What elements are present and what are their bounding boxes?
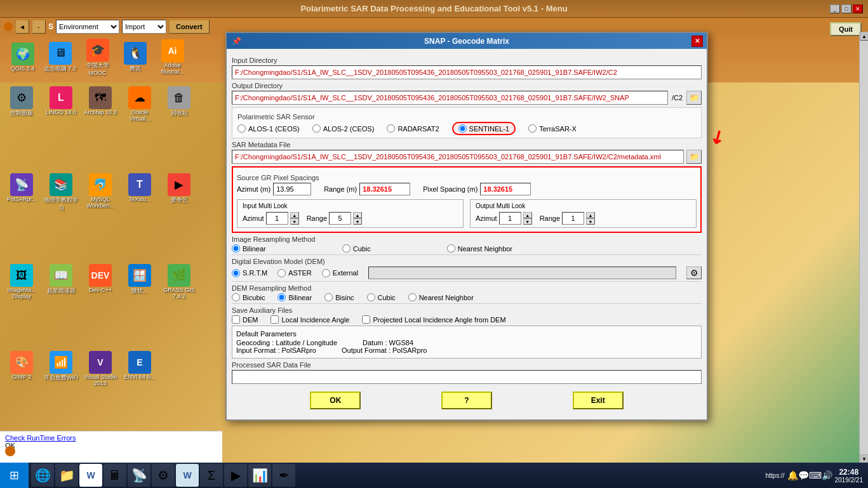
azimut-input[interactable] — [273, 183, 311, 195]
dem-external[interactable]: External — [322, 269, 358, 277]
help-button[interactable]: ? — [441, 392, 492, 409]
back-btn[interactable]: ◄ — [15, 20, 29, 34]
input-azimut-up[interactable]: ▲ — [290, 212, 299, 218]
quit-button[interactable]: Quit — [830, 22, 862, 36]
input-azimut-down[interactable]: ▼ — [290, 218, 299, 225]
taskbar-feather[interactable]: ✒ — [272, 464, 295, 487]
aux-dem[interactable]: DEM — [232, 315, 258, 324]
output-azimut-down[interactable]: ▼ — [523, 218, 532, 225]
output-dir-input[interactable] — [232, 91, 668, 105]
dem-srtm[interactable]: S.R.T.M — [232, 269, 267, 277]
resampling-cubic[interactable]: Cubic — [342, 244, 371, 253]
resampling-bilinear[interactable]: Bilinear — [232, 244, 266, 253]
processed-input[interactable] — [232, 370, 702, 384]
resampling-nearest[interactable]: Nearest Neighbor — [447, 244, 512, 253]
output-range-input[interactable] — [562, 212, 584, 225]
icon-arcmap[interactable]: 🗺 ArcMap 10.3 — [81, 85, 119, 171]
runtime-error-link[interactable]: Check RunTime Errors — [5, 434, 217, 442]
start-button[interactable]: ⊞ — [0, 463, 29, 488]
taskbar-sigma[interactable]: Σ — [200, 464, 223, 487]
right-scrollbar[interactable]: ▲ ▼ — [859, 32, 868, 463]
import-select[interactable]: Import — [122, 20, 166, 34]
scroll-up-btn[interactable]: ▲ — [860, 32, 868, 41]
maximize-btn[interactable]: □ — [841, 4, 851, 13]
dem-bisinc[interactable]: Bisinc — [324, 293, 354, 301]
input-dir-input[interactable] — [232, 65, 702, 79]
convert-btn[interactable]: Convert — [169, 20, 210, 34]
runtime-ok: OK — [5, 442, 217, 449]
range-m-label: Range (m) — [324, 185, 357, 193]
taskbar-word[interactable]: W — [79, 464, 102, 487]
metadata-input[interactable] — [232, 150, 684, 164]
icon-grass[interactable]: 🌿 GRASS GIS 7.4.2 — [160, 263, 198, 348]
input-range-up[interactable]: ▲ — [353, 212, 362, 218]
taskbar-word2[interactable]: W — [176, 464, 199, 487]
icon-envi[interactable]: E ENVI 64-b... — [121, 350, 159, 435]
dem-bicubic[interactable]: Bicubic — [232, 293, 265, 301]
aux-local-angle[interactable]: Local Incidence Angle — [270, 315, 349, 324]
default-output-format: Output Format : PolSARpro — [342, 346, 427, 354]
icon-weiruan[interactable]: 🪟 微软... — [121, 263, 159, 348]
input-range-input[interactable] — [329, 212, 351, 225]
dem-bilinear[interactable]: Bilinear — [277, 293, 312, 301]
icon-devcpp[interactable]: DEV Dev-C++ — [81, 263, 119, 348]
output-azimut-label: Azimut — [476, 214, 497, 222]
pixel-spacing-input[interactable] — [480, 183, 531, 195]
input-azimut-input[interactable] — [266, 212, 288, 225]
dem-aster[interactable]: ASTER — [277, 269, 312, 277]
taskbar-snap[interactable]: 📡 — [128, 464, 150, 487]
icon-oracle[interactable]: ☁ Oracle Virtual... — [121, 85, 159, 171]
icon-geography[interactable]: 📚 地理学教程学习 — [42, 172, 80, 261]
dem-folder-btn[interactable]: ⚙ — [686, 267, 702, 279]
icon-qgis[interactable]: 🌍 QGIS 3.4 — [5, 43, 40, 72]
icon-vstudio[interactable]: V Visual Studio 2013 — [81, 350, 119, 435]
range-m-input[interactable] — [359, 183, 410, 195]
icon-imagema[interactable]: 🖼 ImageMa... Display — [3, 263, 41, 348]
dem-cubic[interactable]: Cubic — [367, 293, 396, 301]
icon-aiqiyi[interactable]: ▶ 爱奇艺 — [160, 172, 198, 261]
output-range-down[interactable]: ▼ — [586, 218, 595, 225]
taskbar-media[interactable]: ▶ — [224, 464, 247, 487]
snap-close-btn[interactable]: ✕ — [691, 36, 703, 47]
output-folder-btn[interactable]: 📁 — [686, 91, 702, 105]
taskbar-chrome[interactable]: ⚙ — [152, 464, 175, 487]
icon-mooc[interactable]: 🎓 中国大学MOOC — [80, 39, 115, 76]
azimut-field: Azimut (m) — [237, 183, 311, 195]
taskbar-calc[interactable]: 🖩 — [103, 464, 126, 487]
dash-btn[interactable]: - — [32, 20, 46, 34]
scroll-down-btn[interactable]: ▼ — [860, 454, 868, 463]
output-azimut-input[interactable] — [499, 212, 521, 225]
sensor-sentinel1[interactable]: SENTINEL-1 — [452, 122, 516, 135]
sensor-terrasar[interactable]: TerraSAR-X — [528, 124, 577, 133]
sensor-radarsat2[interactable]: RADARSAT2 — [387, 124, 439, 133]
icon-superstar[interactable]: 📖 超星阅读器 — [42, 263, 80, 348]
aux-projected[interactable]: Projected Local Incidence Angle from DEM — [362, 315, 505, 324]
output-azimut-up[interactable]: ▲ — [523, 212, 532, 218]
taskbar-chart[interactable]: 📊 — [248, 464, 271, 487]
icon-tengxun[interactable]: 🐧 腾讯 — [117, 42, 152, 73]
icon-adobe[interactable]: Ai Adobe Illustrat... — [155, 39, 190, 75]
icon-gimp[interactable]: 🎨 GIMP 2 — [3, 350, 41, 435]
icon-yuandang[interactable]: 🖥 远当电脑 7.2 — [43, 42, 77, 73]
icon-control-panel[interactable]: ⚙ 控制面板 — [3, 85, 41, 171]
ok-button[interactable]: OK — [310, 392, 361, 409]
output-range-up[interactable]: ▲ — [586, 212, 595, 218]
close-btn[interactable]: ✕ — [853, 4, 863, 13]
sensor-alos2[interactable]: ALOS-2 (CEOS) — [312, 124, 375, 133]
icon-mysql[interactable]: 🐬 MySQL Workben... — [81, 172, 119, 261]
icon-lingo[interactable]: L LINGO 14.0 — [42, 85, 80, 171]
sensor-alos1[interactable]: ALOS-1 (CEOS) — [237, 124, 300, 133]
minimize-btn[interactable]: _ — [830, 4, 840, 13]
environment-select[interactable]: Environment — [56, 20, 119, 34]
icon-wifi[interactable]: 📶 开启免费WiFi — [42, 350, 80, 435]
icon-recycle[interactable]: 🗑 回收站 — [160, 85, 198, 171]
snap-titlebar: 📌 SNAP - Geocode Matrix ✕ — [227, 33, 707, 49]
icon-texstu[interactable]: T TeXstu... — [121, 172, 159, 261]
input-range-down[interactable]: ▼ — [353, 218, 362, 225]
taskbar-explorer[interactable]: 📁 — [55, 464, 78, 487]
metadata-folder-btn[interactable]: 📁 — [686, 150, 702, 164]
icon-polsar[interactable]: 📡 PolSARpr... — [3, 172, 41, 261]
exit-button[interactable]: Exit — [573, 392, 624, 409]
taskbar-ie[interactable]: 🌐 — [31, 464, 54, 487]
dem-nearest[interactable]: Nearest Neighbor — [408, 293, 474, 301]
